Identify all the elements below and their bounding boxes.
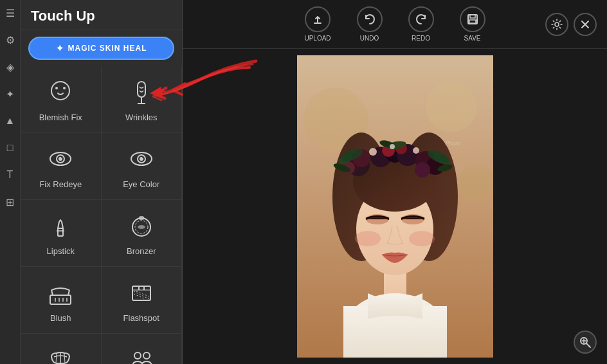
- shape-icon[interactable]: ▲: [3, 113, 18, 129]
- svg-line-34: [64, 353, 65, 363]
- wrinkles-label: Wrinkles: [125, 113, 158, 122]
- blemish-fix-icon: [45, 77, 76, 107]
- bronzer-icon: [126, 210, 157, 241]
- flashspot-tool[interactable]: Flashspot: [102, 267, 183, 334]
- icon-sidebar: ☰ ⚙ ◈ ✦ ▲ □ T ⊞: [0, 0, 21, 364]
- redo-button[interactable]: REDO: [408, 6, 434, 42]
- toolbar: UPLOAD UNDO REDO: [183, 0, 607, 49]
- svg-rect-27: [132, 286, 150, 300]
- photo-svg: Photo: [297, 55, 493, 358]
- svg-text:Photo: Photo: [444, 140, 460, 147]
- svg-point-42: [555, 23, 559, 26]
- wrinkles-icon: [126, 77, 157, 107]
- undo-button[interactable]: UNDO: [357, 6, 383, 42]
- svg-point-0: [51, 82, 69, 100]
- sliders-icon[interactable]: ⚙: [3, 32, 18, 48]
- blush-tool[interactable]: Blush: [21, 267, 102, 334]
- menu-icon[interactable]: ☰: [3, 5, 18, 21]
- main-area: UPLOAD UNDO REDO: [183, 0, 607, 364]
- lipstick-label: Lipstick: [47, 246, 75, 256]
- svg-point-76: [369, 148, 377, 156]
- undo-label: UNDO: [360, 35, 379, 42]
- zoom-button[interactable]: [574, 331, 597, 354]
- svg-rect-38: [314, 23, 322, 24]
- adjust-icon[interactable]: ◈: [3, 59, 18, 75]
- magic-icon: ✦: [56, 43, 64, 53]
- svg-line-22: [68, 290, 69, 295]
- svg-point-77: [413, 147, 419, 154]
- svg-point-56: [409, 231, 435, 246]
- wrinkles-tool[interactable]: Wrinkles: [102, 66, 183, 133]
- svg-point-1: [55, 87, 58, 89]
- panel-title: Touch Up: [31, 8, 95, 24]
- save-label: SAVE: [464, 35, 481, 42]
- svg-line-83: [586, 343, 590, 347]
- bronzer-label: Bronzer: [127, 246, 156, 256]
- photo-canvas: Photo: [297, 55, 493, 358]
- upload-label: UPLOAD: [304, 35, 331, 42]
- fix-redeye-icon: [45, 143, 76, 174]
- eye-color-icon: [126, 143, 157, 174]
- fix-redeye-label: Fix Redeye: [39, 179, 82, 189]
- svg-point-55: [355, 231, 381, 246]
- svg-point-2: [63, 87, 66, 89]
- star-icon[interactable]: ✦: [3, 86, 18, 102]
- flashspot-label: Flashspot: [123, 313, 159, 323]
- tool-panel: Touch Up ✦ MAGIC SKIN HEAL Blemish Fix: [21, 0, 183, 364]
- clone-tool[interactable]: Clone: [102, 334, 183, 364]
- grid-icon[interactable]: ⊞: [3, 194, 18, 210]
- redo-label: REDO: [412, 35, 430, 42]
- magic-skin-heal-button[interactable]: ✦ MAGIC SKIN HEAL: [28, 37, 174, 60]
- svg-line-33: [56, 353, 57, 363]
- blush-icon: [45, 277, 76, 308]
- svg-line-30: [134, 294, 145, 299]
- blemish-fix-label: Blemish Fix: [39, 113, 82, 122]
- tool-grid: Blemish Fix Wrinkles Fix Redeye: [21, 66, 182, 364]
- lipstick-icon: [45, 210, 76, 241]
- svg-point-73: [415, 162, 430, 177]
- bronzer-tool[interactable]: Bronzer: [102, 200, 183, 267]
- close-button[interactable]: [574, 13, 597, 36]
- svg-rect-20: [50, 295, 71, 304]
- flashspot-icon: [126, 277, 157, 308]
- blemish-fix-tool[interactable]: Blemish Fix: [21, 66, 102, 133]
- svg-point-35: [134, 352, 141, 359]
- svg-point-78: [390, 144, 395, 149]
- redo-icon: [408, 6, 434, 32]
- blush-label: Blush: [50, 313, 71, 323]
- svg-point-45: [426, 81, 477, 132]
- svg-point-13: [142, 157, 143, 158]
- undo-icon: [357, 6, 383, 32]
- clone-icon: [126, 344, 157, 364]
- svg-rect-41: [469, 20, 476, 23]
- svg-rect-14: [58, 228, 63, 236]
- save-icon: [460, 6, 485, 32]
- svg-line-21: [51, 290, 53, 295]
- eye-color-tool[interactable]: Eye Color: [102, 133, 183, 200]
- panel-header: Touch Up: [21, 0, 182, 30]
- magic-skin-label: MAGIC SKIN HEAL: [68, 44, 147, 53]
- lipstick-tool[interactable]: Lipstick: [21, 200, 102, 267]
- svg-line-29: [134, 291, 149, 299]
- teeth-whiten-icon: [45, 344, 76, 364]
- svg-point-9: [61, 157, 62, 158]
- upload-button[interactable]: UPLOAD: [304, 6, 331, 42]
- save-button[interactable]: SAVE: [460, 6, 485, 42]
- image-area: Photo: [183, 49, 607, 364]
- settings-button[interactable]: [545, 13, 568, 36]
- svg-rect-40: [470, 15, 475, 18]
- svg-point-36: [143, 352, 150, 359]
- teeth-whiten-tool[interactable]: Teeth Whiten: [21, 334, 102, 364]
- svg-rect-3: [138, 82, 145, 97]
- toolbar-right-actions: [545, 13, 597, 36]
- svg-point-18: [138, 225, 145, 229]
- frame-icon[interactable]: □: [3, 140, 18, 156]
- upload-icon: [305, 6, 331, 32]
- text-icon[interactable]: T: [3, 167, 18, 183]
- fix-redeye-tool[interactable]: Fix Redeye: [21, 133, 102, 200]
- eye-color-label: Eye Color: [123, 179, 159, 189]
